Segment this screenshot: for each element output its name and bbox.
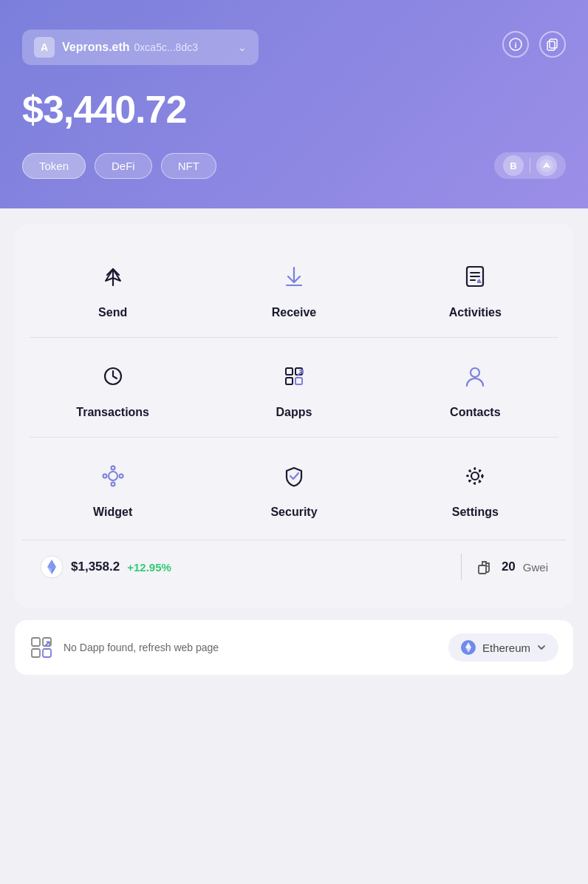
gas-section: 20 Gwei [476, 558, 548, 576]
wallet-address: 0xca5c...8dc3 [134, 41, 198, 53]
dapps-label: Dapps [276, 406, 312, 419]
widget-button[interactable]: Widget [22, 438, 203, 537]
action-grid-2: Transactions Dapps [22, 338, 566, 437]
main-card: Send Receive A [15, 223, 573, 608]
network-chevron-icon [536, 642, 547, 653]
balance-display: $3,440.72 [22, 87, 566, 132]
svg-rect-17 [286, 378, 293, 384]
header: A Veprons.eth 0xca5c...8dc3 ⌄ i $3,440.7… [0, 0, 588, 208]
eth-change-value: +12.95% [127, 561, 171, 574]
tab-defi[interactable]: DeFi [95, 153, 152, 179]
transactions-label: Transactions [76, 406, 149, 419]
tab-token[interactable]: Token [22, 153, 86, 179]
receive-icon [273, 256, 315, 297]
dapps-button[interactable]: Dapps [203, 338, 384, 437]
ethereum-network-icon [460, 639, 476, 656]
copy-button[interactable] [539, 31, 566, 58]
security-button[interactable]: Security [203, 438, 384, 537]
header-actions: i [502, 31, 566, 58]
svg-point-23 [103, 475, 106, 478]
eth-price-section: $1,358.2 +12.95% [40, 555, 446, 579]
svg-point-5 [540, 159, 553, 172]
wallet-avatar: A [34, 37, 55, 58]
bar-divider [461, 554, 462, 580]
svg-rect-15 [286, 368, 293, 375]
tab-nft[interactable]: NFT [161, 153, 216, 179]
action-grid: Send Receive A [22, 238, 566, 337]
svg-point-20 [109, 472, 117, 480]
eth-price-value: $1,358.2 [71, 560, 120, 574]
dapp-left: No Dapp found, refresh web page [30, 636, 219, 659]
tab-row: Token DeFi NFT B [22, 152, 566, 179]
svg-point-25 [471, 472, 479, 480]
svg-point-19 [471, 368, 479, 377]
eth-logo-icon [40, 555, 64, 579]
svg-point-26 [468, 469, 482, 483]
gas-icon [476, 558, 494, 576]
activities-icon [454, 256, 496, 297]
widget-label: Widget [93, 506, 132, 519]
settings-icon [454, 455, 496, 497]
contacts-button[interactable]: Contacts [385, 338, 566, 437]
info-button[interactable]: i [502, 31, 529, 58]
settings-label: Settings [452, 506, 499, 519]
gas-unit: Gwei [523, 561, 548, 574]
svg-text:i: i [514, 41, 516, 50]
network-selector[interactable]: Ethereum [448, 633, 558, 662]
activities-label: Activities [449, 306, 502, 319]
contacts-icon [454, 356, 496, 397]
wallet-name: Veprons.eth [62, 41, 130, 54]
svg-text:B: B [510, 160, 516, 171]
receive-button[interactable]: Receive [203, 238, 384, 337]
settings-button[interactable]: Settings [385, 438, 566, 537]
transactions-icon [92, 356, 134, 397]
svg-rect-31 [479, 565, 486, 574]
security-label: Security [270, 506, 317, 519]
receive-label: Receive [272, 306, 317, 319]
dapps-icon [273, 356, 315, 397]
dapp-bar: No Dapp found, refresh web page Ethereum [15, 620, 573, 675]
partner-logos: B [494, 152, 566, 179]
svg-point-22 [111, 483, 114, 486]
dapp-grid-icon [30, 636, 53, 659]
svg-rect-3 [547, 41, 555, 50]
svg-point-32 [487, 565, 488, 567]
svg-rect-35 [32, 649, 40, 657]
price-bar: $1,358.2 +12.95% 20 Gwei [22, 540, 566, 594]
svg-rect-36 [43, 649, 51, 657]
action-grid-3: Widget Security Settings [22, 438, 566, 537]
svg-rect-18 [295, 378, 302, 384]
network-label: Ethereum [482, 642, 530, 654]
contacts-label: Contacts [450, 406, 500, 419]
chevron-down-icon[interactable]: ⌄ [238, 41, 247, 53]
activities-button[interactable]: Activities [385, 238, 566, 337]
partner-divider [530, 158, 530, 173]
security-icon [273, 455, 315, 497]
address-bar[interactable]: A Veprons.eth 0xca5c...8dc3 ⌄ [22, 30, 259, 65]
gas-value: 20 [502, 560, 516, 574]
partner-b-logo: B [503, 155, 524, 176]
widget-icon [92, 455, 134, 497]
send-button[interactable]: Send [22, 238, 203, 337]
send-icon [92, 256, 134, 297]
partner-m-logo [536, 155, 557, 176]
svg-point-24 [119, 475, 123, 478]
send-label: Send [98, 306, 127, 319]
transactions-button[interactable]: Transactions [22, 338, 203, 437]
svg-rect-33 [32, 638, 40, 646]
svg-point-21 [111, 466, 114, 470]
dapp-message: No Dapp found, refresh web page [64, 642, 219, 653]
